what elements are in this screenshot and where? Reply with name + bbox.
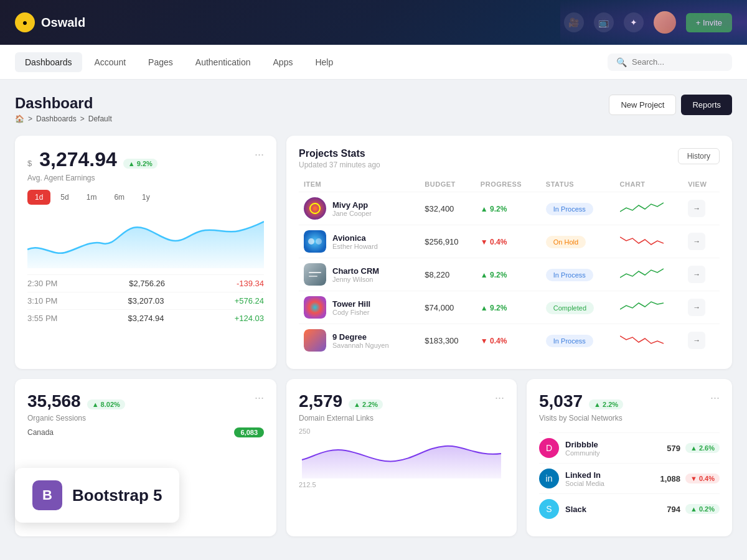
social-header: 5,037 ▲ 2.2% Visits by Social Networks ·…: [539, 391, 720, 430]
social-item-slack: S Slack 794 ▲ 0.2%: [539, 493, 720, 524]
change-2: +576.24: [235, 296, 264, 306]
time-1: 2:30 PM: [27, 279, 57, 288]
table-row: 9 Degree Savannah Nguyen $183,300 ▼ 0.4%…: [299, 324, 720, 357]
currency-symbol: $: [27, 159, 32, 168]
progress-1: ▲ 9.2%: [481, 205, 507, 213]
budget-5: $183,300: [420, 324, 476, 357]
svg-rect-7: [309, 272, 321, 273]
project-item-4: Tower Hill Cody Fisher: [304, 296, 415, 319]
filter-1m[interactable]: 1m: [79, 190, 105, 205]
view-btn-5[interactable]: →: [688, 332, 705, 349]
breadcrumb-default: Default: [88, 114, 112, 123]
svg-point-5: [316, 238, 322, 245]
bootstrap-overlay: B Bootstrap 5: [15, 468, 179, 523]
view-btn-1[interactable]: →: [688, 200, 705, 217]
time-filters: 1d 5d 1m 6m 1y: [27, 190, 264, 205]
earnings-value: 3,274.94: [39, 148, 117, 171]
budget-1: $32,400: [420, 192, 476, 225]
projects-title-area: Projects Stats Updated 37 minutes ago: [299, 148, 380, 169]
linkedin-type: Social Media: [565, 480, 604, 487]
nav-authentication[interactable]: Authentication: [186, 52, 261, 72]
svg-rect-9: [304, 296, 326, 319]
chart-5: [620, 332, 664, 347]
nav-account[interactable]: Account: [85, 52, 136, 72]
col-budget: BUDGET: [420, 177, 476, 192]
breadcrumb-dashboards: Dashboards: [36, 114, 77, 123]
logo-icon: ●: [15, 12, 35, 32]
menu-bar: Dashboards Account Pages Authentication …: [0, 45, 747, 80]
change-1: -139.34: [237, 279, 264, 288]
page-title: Dashboard: [15, 95, 112, 112]
earnings-badge: ▲ 9.2%: [123, 159, 157, 169]
organic-more-button[interactable]: ···: [255, 391, 264, 404]
nav-dashboards[interactable]: Dashboards: [15, 52, 82, 72]
col-view: VIEW: [683, 177, 720, 192]
status-5: In Process: [546, 335, 593, 347]
earnings-more-button[interactable]: ···: [255, 148, 264, 161]
screen-icon[interactable]: 📺: [594, 12, 614, 32]
breadcrumb: 🏠 > Dashboards > Default: [15, 114, 112, 123]
avatar[interactable]: [654, 11, 676, 34]
reports-button[interactable]: Reports: [681, 95, 732, 115]
view-btn-4[interactable]: →: [688, 299, 705, 316]
organic-number: 35,568: [27, 391, 81, 411]
time-3: 3:55 PM: [27, 314, 57, 323]
project-person-3: Jenny Wilson: [332, 276, 379, 283]
projects-header: Projects Stats Updated 37 minutes ago Hi…: [299, 148, 720, 169]
filter-1y[interactable]: 1y: [134, 190, 157, 205]
organic-badge: ▲ 8.02%: [87, 399, 125, 409]
project-item-5: 9 Degree Savannah Nguyen: [304, 329, 415, 352]
view-btn-2[interactable]: →: [688, 233, 705, 250]
new-project-button[interactable]: New Project: [609, 95, 676, 115]
budget-4: $74,000: [420, 291, 476, 324]
earnings-label: Avg. Agent Earnings: [27, 174, 157, 182]
table-row: Mivy App Jane Cooper $32,400 ▲ 9.2% In P…: [299, 192, 720, 225]
cards-row: $ 3,274.94 ▲ 9.2% Avg. Agent Earnings ··…: [15, 136, 732, 369]
value-3: $3,274.94: [128, 314, 164, 323]
progress-3: ▲ 9.2%: [481, 271, 507, 279]
menu-items: Dashboards Account Pages Authentication …: [15, 52, 343, 72]
social-item-dribbble: D Dribbble Community 579 ▲ 2.6%: [539, 432, 720, 463]
project-person-1: Jane Cooper: [332, 210, 372, 217]
domain-header: 2,579 ▲ 2.2% Domain External Links ···: [299, 391, 504, 422]
slack-name: Slack: [565, 505, 586, 514]
camera-icon[interactable]: 🎥: [564, 12, 584, 32]
earnings-table: 2:30 PM $2,756.26 -139.34 3:10 PM $3,207…: [27, 274, 264, 327]
history-button[interactable]: History: [678, 148, 720, 164]
filter-1d[interactable]: 1d: [27, 190, 50, 205]
project-person-2: Esther Howard: [332, 243, 378, 250]
logo-area: ● Oswald: [15, 12, 85, 32]
earnings-row-2: 3:10 PM $3,207.03 +576.24: [27, 292, 264, 309]
projects-card: Projects Stats Updated 37 minutes ago Hi…: [286, 136, 732, 369]
logo-text: Oswald: [41, 16, 85, 30]
page-header: Dashboard 🏠 > Dashboards > Default New P…: [15, 95, 732, 123]
chart-3: [620, 266, 664, 281]
nav-apps[interactable]: Apps: [263, 52, 303, 72]
social-item-linkedin: in Linked In Social Media 1,088 ▼ 0.4%: [539, 463, 720, 493]
share-icon[interactable]: ✦: [624, 12, 644, 32]
filter-5d[interactable]: 5d: [53, 190, 76, 205]
nav-pages[interactable]: Pages: [138, 52, 183, 72]
country-name: Canada: [27, 428, 54, 437]
dribbble-count: 579: [667, 444, 680, 453]
chart-4: [620, 299, 664, 314]
invite-button[interactable]: + Invite: [686, 13, 732, 32]
progress-4: ▲ 9.2%: [481, 304, 507, 312]
social-card: 5,037 ▲ 2.2% Visits by Social Networks ·…: [527, 379, 732, 536]
chart-label-212: 212.5: [299, 481, 504, 488]
filter-6m[interactable]: 6m: [106, 190, 132, 205]
table-row: Charto CRM Jenny Wilson $8,220 ▲ 9.2% In…: [299, 258, 720, 291]
search-input[interactable]: [632, 57, 719, 67]
nav-help[interactable]: Help: [305, 52, 343, 72]
country-row: Canada 6,083: [27, 427, 264, 437]
time-2: 3:10 PM: [27, 296, 57, 306]
top-bar-actions: 🎥 📺 ✦ + Invite: [564, 11, 732, 34]
status-1: In Process: [546, 203, 593, 215]
social-more-button[interactable]: ···: [710, 391, 720, 404]
svg-rect-6: [304, 263, 326, 286]
view-btn-3[interactable]: →: [688, 266, 705, 283]
dribbble-badge: ▲ 2.6%: [685, 443, 720, 453]
domain-more-button[interactable]: ···: [495, 391, 504, 404]
project-icon-1: [304, 197, 326, 220]
svg-rect-3: [304, 230, 326, 253]
